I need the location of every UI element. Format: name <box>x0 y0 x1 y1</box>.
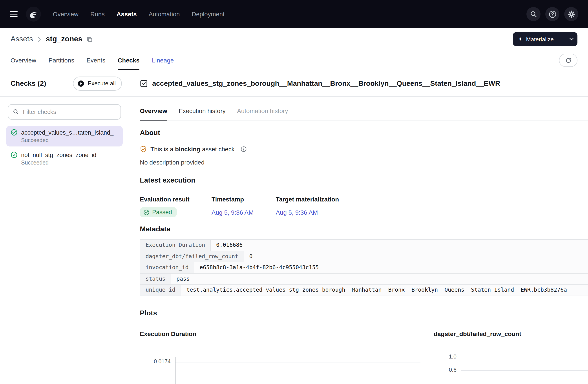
execute-all-button[interactable]: Execute all <box>73 76 122 90</box>
search-icon <box>530 11 537 18</box>
subtab-overview[interactable]: Overview <box>140 103 167 121</box>
metadata-key: status <box>140 273 171 284</box>
check-status: Succeeded <box>21 160 118 166</box>
top-nav: Overview Runs Assets Automation Deployme… <box>0 0 588 28</box>
sparkle-icon: ✦ <box>518 37 523 42</box>
chart-plot-area <box>461 357 588 384</box>
metadata-value: e658b8c8-3a1a-4b4f-82b6-4c955043c155 <box>194 262 588 273</box>
table-row: status pass <box>140 273 588 285</box>
filter-checks <box>8 104 121 120</box>
check-detail-panel: accepted_values_stg_zones_borough__Manha… <box>129 70 588 384</box>
check-detail-tabs: Overview Execution history Automation hi… <box>140 103 588 121</box>
refresh-icon <box>565 57 571 64</box>
breadcrumb-chevron-icon <box>37 36 41 42</box>
passed-label: Passed <box>152 209 172 215</box>
nav-runs[interactable]: Runs <box>90 11 105 18</box>
materialize-dropdown-button[interactable] <box>565 32 577 46</box>
top-nav-links: Overview Runs Assets Automation Deployme… <box>53 11 225 18</box>
chart-plot-area <box>175 357 420 384</box>
copy-icon <box>86 36 93 43</box>
execute-all-label: Execute all <box>88 80 116 87</box>
chart-failed-row-count: dagster_dbt/failed_row_count 1.0 0.6 <box>434 330 588 384</box>
page-title: stg_zones <box>46 35 82 43</box>
chart-y-axis: 1.0 0.6 <box>434 357 461 384</box>
dagster-logo[interactable] <box>25 6 41 22</box>
materialize-label: Materialize… <box>526 36 559 43</box>
info-button[interactable] <box>241 146 247 152</box>
column-evaluation-result: Evaluation result <box>140 196 211 203</box>
metadata-value: 0.016686 <box>211 240 588 251</box>
tab-checks[interactable]: Checks <box>118 50 140 70</box>
check-success-icon <box>143 209 149 215</box>
check-detail-body: Overview Execution history Automation hi… <box>129 97 588 384</box>
metadata-value: pass <box>171 273 588 284</box>
metadata-value: 0 <box>244 251 588 262</box>
timestamp-link[interactable]: Aug 5, 9:36 AM <box>211 209 253 216</box>
target-materialization-link[interactable]: Aug 5, 9:36 AM <box>276 209 318 216</box>
table-row: Execution Duration 0.016686 <box>140 240 588 251</box>
check-detail-title: accepted_values_stg_zones_borough__Manha… <box>152 79 500 87</box>
tab-events[interactable]: Events <box>86 50 105 70</box>
blocking-text: This is a blocking asset check. <box>150 146 236 153</box>
tab-overview[interactable]: Overview <box>11 50 36 70</box>
check-status: Succeeded <box>21 137 118 143</box>
y-tick-label: 0.0174 <box>154 358 171 364</box>
checks-list: accepted_values_s…taten_Island_ Succeede… <box>0 123 129 171</box>
refresh-button[interactable] <box>559 54 577 67</box>
nav-deployment[interactable]: Deployment <box>192 11 225 18</box>
blocking-note: This is a blocking asset check. <box>140 146 588 153</box>
hamburger-menu-button[interactable] <box>10 11 19 17</box>
metadata-table: Execution Duration 0.016686 dagster_dbt/… <box>140 239 588 296</box>
metadata-value: test.analytics.accepted_values_stg_zones… <box>181 285 588 295</box>
metadata-key: dagster_dbt/failed_row_count <box>140 251 244 262</box>
check-list-item-not-null[interactable]: not_null_stg_zones_zone_id Succeeded <box>6 148 123 169</box>
latest-execution-columns: Evaluation result Timestamp Target mater… <box>140 196 588 203</box>
nav-assets[interactable]: Assets <box>117 11 137 18</box>
asset-check-icon <box>140 79 148 87</box>
tab-lineage[interactable]: Lineage <box>152 50 174 70</box>
subtab-automation-history[interactable]: Automation history <box>237 103 288 121</box>
search-button[interactable] <box>526 7 541 21</box>
about-heading: About <box>140 129 588 137</box>
dagster-logo-icon <box>25 6 41 22</box>
chart-title: dagster_dbt/failed_row_count <box>434 330 588 337</box>
nav-overview[interactable]: Overview <box>53 11 79 18</box>
description-text: No description provided <box>140 159 588 166</box>
y-tick-label: 1.0 <box>449 353 457 360</box>
dagster-app: Overview Runs Assets Automation Deployme… <box>0 0 588 384</box>
check-name: not_null_stg_zones_zone_id <box>21 151 118 158</box>
materialize-split-button: ✦ Materialize… <box>513 32 577 46</box>
subtab-execution-history[interactable]: Execution history <box>179 103 226 121</box>
chart-title: Execution Duration <box>140 330 434 337</box>
passed-badge: Passed <box>140 207 177 217</box>
plots-heading: Plots <box>140 309 588 317</box>
metadata-key: unique_id <box>140 285 181 295</box>
play-circle-icon <box>78 80 85 87</box>
checks-sidebar-header: Checks (2) Execute all <box>0 70 129 97</box>
settings-button[interactable] <box>564 7 578 21</box>
breadcrumb-assets-link[interactable]: Assets <box>11 35 33 43</box>
nav-automation[interactable]: Automation <box>149 11 180 18</box>
tab-partitions[interactable]: Partitions <box>49 50 74 70</box>
copy-asset-name-button[interactable] <box>86 36 93 43</box>
content-area: Checks (2) Execute all <box>0 70 588 384</box>
latest-execution-values: Passed Aug 5, 9:36 AM Aug 5, 9:36 AM <box>140 207 588 217</box>
column-timestamp: Timestamp <box>211 196 276 203</box>
metadata-heading: Metadata <box>140 225 588 233</box>
latest-execution-heading: Latest execution <box>140 176 588 184</box>
help-button[interactable] <box>545 7 559 21</box>
check-success-icon <box>11 129 18 136</box>
chart-y-axis: 0.0174 <box>140 357 175 384</box>
check-list-item-accepted-values[interactable]: accepted_values_s…taten_Island_ Succeede… <box>6 126 123 147</box>
check-detail-header: accepted_values_stg_zones_borough__Manha… <box>129 70 588 97</box>
help-icon <box>548 10 557 18</box>
plots-grid: Execution Duration 0.0174 <box>140 330 588 384</box>
asset-tabs: Overview Partitions Events Checks Lineag… <box>0 50 588 70</box>
chevron-down-icon <box>569 38 573 41</box>
shield-check-icon <box>140 146 147 153</box>
filter-checks-input[interactable] <box>8 104 121 120</box>
top-nav-actions <box>526 7 578 21</box>
materialize-button[interactable]: ✦ Materialize… <box>513 32 565 46</box>
gear-icon <box>567 10 575 18</box>
table-row: invocation_id e658b8c8-3a1a-4b4f-82b6-4c… <box>140 262 588 273</box>
